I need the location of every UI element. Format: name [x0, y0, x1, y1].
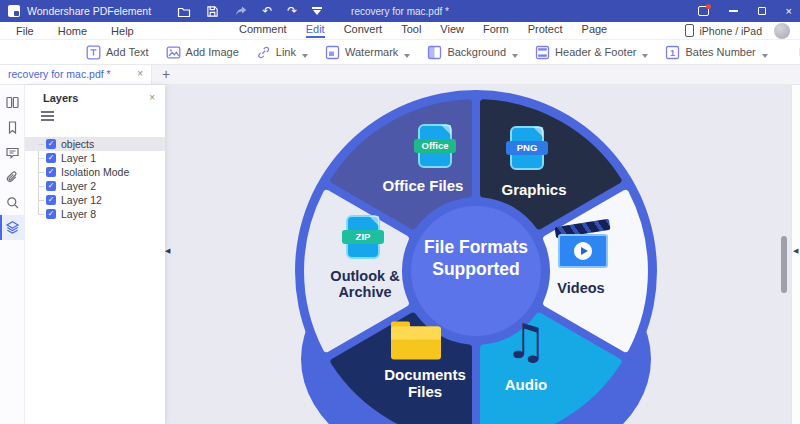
content-area: Layers × ✓objects✓Layer 1✓Isolation Mode…: [0, 85, 800, 424]
wheel-center-title: File Formats Supported: [424, 237, 528, 281]
chevron-down-icon: [642, 54, 648, 58]
layers-panel: Layers × ✓objects✓Layer 1✓Isolation Mode…: [25, 85, 165, 424]
tab-comment[interactable]: Comment: [239, 23, 287, 38]
header-footer-button[interactable]: Header & Footer: [535, 45, 648, 60]
layer-label: Layer 12: [61, 194, 102, 206]
chevron-down-icon: [512, 54, 518, 58]
right-panel-strip: ◀: [791, 85, 800, 424]
sidebar-item-search[interactable]: [0, 190, 25, 215]
svg-text:1: 1: [670, 47, 675, 57]
layers-panel-close-icon[interactable]: ×: [149, 93, 155, 103]
bates-number-button[interactable]: 1 Bates Number: [665, 45, 767, 60]
background-button[interactable]: Background: [427, 45, 518, 60]
toolbar: Add Text Add Image Link Watermark Backgr…: [0, 40, 800, 64]
comment-icon: [5, 145, 20, 160]
bookmark-icon: [5, 120, 20, 135]
sidebar-item-layers[interactable]: [0, 215, 25, 240]
tab-title: recovery for mac.pdf *: [8, 68, 137, 80]
layer-row[interactable]: ✓Isolation Mode: [25, 165, 165, 179]
office-file-icon: Office: [418, 124, 452, 168]
menu-home[interactable]: Home: [58, 25, 87, 37]
app-name: Wondershare PDFelement: [27, 5, 151, 17]
segment-label-videos: Videos: [541, 281, 621, 297]
avatar[interactable]: [774, 23, 790, 39]
search-icon: [5, 195, 20, 210]
layer-row[interactable]: ✓Layer 1: [25, 151, 165, 165]
watermark-button[interactable]: Watermark: [325, 45, 410, 60]
segment-label-documents-files: Documents Files: [378, 367, 473, 400]
layer-checkbox[interactable]: ✓: [46, 195, 56, 205]
open-folder-icon[interactable]: [177, 5, 191, 18]
layer-label: objects: [61, 138, 94, 150]
panel-collapse-right-icon[interactable]: ◀: [793, 247, 798, 255]
menu-help[interactable]: Help: [111, 25, 134, 37]
close-button[interactable]: ×: [786, 6, 792, 17]
tab-view[interactable]: View: [440, 23, 464, 38]
segment-label-graphics: Graphics: [489, 182, 579, 199]
sidebar-icon-strip: [0, 85, 25, 424]
chevron-down-icon: [762, 54, 768, 58]
layer-checkbox[interactable]: ✓: [46, 209, 56, 219]
music-note-icon: ♫: [504, 317, 547, 365]
layers-menu-icon[interactable]: [41, 111, 54, 121]
phone-icon: [685, 24, 694, 37]
layer-row[interactable]: ✓Layer 2: [25, 179, 165, 193]
tab-form[interactable]: Form: [483, 23, 509, 38]
tab-convert[interactable]: Convert: [344, 23, 383, 38]
sidebar-item-comments[interactable]: [0, 140, 25, 165]
add-image-icon: [166, 45, 181, 60]
undo-icon[interactable]: ↶: [262, 5, 272, 17]
maximize-button[interactable]: [758, 7, 766, 15]
chevron-down-icon: [302, 54, 308, 58]
layers-icon: [5, 220, 20, 235]
minimize-button[interactable]: [729, 10, 738, 12]
layer-checkbox[interactable]: ✓: [46, 167, 56, 177]
sidebar-item-bookmarks[interactable]: [0, 115, 25, 140]
sidebar-item-thumbnails[interactable]: [0, 90, 25, 115]
layer-row[interactable]: ✓Layer 8: [25, 207, 165, 221]
share-icon[interactable]: [234, 5, 247, 17]
png-file-icon: PNG: [510, 126, 544, 170]
titlebar: Wondershare PDFelement ↶ ↷ recovery for …: [0, 0, 800, 22]
layer-row[interactable]: ✓objects: [25, 137, 165, 151]
redo-icon[interactable]: ↷: [287, 5, 297, 17]
layer-label: Layer 1: [61, 152, 96, 164]
layer-label: Layer 2: [61, 180, 96, 192]
collapse-ribbon-icon[interactable]: [312, 7, 322, 15]
layer-checkbox[interactable]: ✓: [46, 153, 56, 163]
chevron-down-icon: [404, 54, 410, 58]
layer-checkbox[interactable]: ✓: [46, 181, 56, 191]
tab-protect[interactable]: Protect: [528, 23, 563, 38]
tab-edit[interactable]: Edit: [306, 23, 325, 38]
link-icon: [256, 45, 271, 60]
pdf-page: File Formats Supported Office Office Fil…: [262, 88, 693, 424]
notification-icon[interactable]: [698, 6, 709, 16]
tab-tool[interactable]: Tool: [401, 23, 421, 38]
video-clapperboard-icon: [557, 225, 609, 269]
layer-label: Layer 8: [61, 208, 96, 220]
save-icon[interactable]: [206, 5, 219, 18]
tab-page[interactable]: Page: [582, 23, 608, 38]
layer-row[interactable]: ✓Layer 12: [25, 193, 165, 207]
app-logo-icon: [8, 5, 20, 17]
link-button[interactable]: Link: [256, 45, 308, 60]
watermark-icon: [325, 45, 340, 60]
device-link[interactable]: iPhone / iPad: [700, 25, 762, 37]
document-tab[interactable]: recovery for mac.pdf * ×: [0, 64, 152, 84]
sidebar-item-attachments[interactable]: [0, 165, 25, 190]
menu-file[interactable]: File: [16, 25, 34, 37]
tab-close-icon[interactable]: ×: [137, 69, 143, 79]
new-tab-button[interactable]: +: [162, 67, 170, 81]
add-text-button[interactable]: Add Text: [86, 45, 149, 60]
tabbar: recovery for mac.pdf * × +: [0, 64, 800, 85]
panel-collapse-left-icon[interactable]: ◀: [165, 247, 170, 255]
bates-number-icon: 1: [665, 45, 680, 60]
segment-label-outlook-archive: Outlook & Archive: [325, 269, 405, 301]
header-footer-icon: [535, 45, 550, 60]
file-formats-wheel: File Formats Supported Office Office Fil…: [294, 89, 658, 424]
add-image-button[interactable]: Add Image: [166, 45, 239, 60]
vertical-scrollbar-thumb[interactable]: [781, 236, 787, 293]
layer-checkbox[interactable]: ✓: [46, 139, 56, 149]
document-canvas[interactable]: ◀ File Formats Supported Office Office F: [165, 85, 800, 424]
segment-label-audio: Audio: [491, 377, 561, 394]
